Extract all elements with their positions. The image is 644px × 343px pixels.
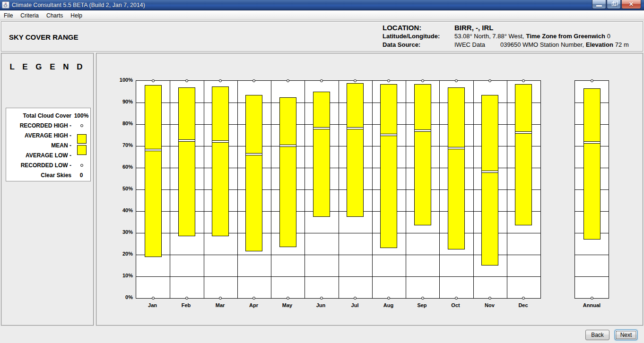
recorded-low-circle: [152, 297, 155, 300]
y-axis-label-50: 50%: [97, 186, 133, 191]
recorded-high-circle-icon: [80, 124, 83, 127]
title-bar: Climate Consultant 5.5 BETA (Build 2, Ja…: [0, 0, 644, 10]
column-separator: [305, 81, 305, 298]
column-separator: [237, 81, 238, 298]
spacer: [487, 41, 500, 49]
month-label-aug: Aug: [372, 302, 405, 308]
column-separator: [339, 81, 339, 298]
recorded-high-circle: [354, 79, 357, 82]
gridline: [575, 276, 609, 277]
page-title: SKY COVER RANGE: [9, 33, 78, 41]
recorded-high-circle: [252, 79, 255, 82]
recorded-low-circle-icon: [80, 164, 83, 167]
y-axis-label-70: 70%: [97, 142, 133, 148]
location-row: LOCATION: BIRR, -, IRL: [383, 24, 631, 32]
next-button-label: Next: [620, 332, 632, 338]
mean-line: [415, 129, 431, 132]
month-label-dec: Dec: [506, 302, 540, 308]
recorded-low-circle: [287, 297, 289, 300]
y-axis-label-60: 60%: [97, 164, 133, 170]
mean-line: [246, 153, 262, 155]
menu-help[interactable]: Help: [67, 11, 86, 20]
recorded-low-circle: [455, 297, 458, 300]
minimize-button[interactable]: [592, 0, 606, 9]
range-bar-aug: [380, 84, 397, 248]
menu-file[interactable]: File: [0, 11, 17, 20]
month-label-mar: Mar: [203, 302, 237, 308]
month-label-feb: Feb: [169, 302, 203, 308]
legend-label: MEAN -: [6, 142, 71, 149]
window-controls: ✕: [592, 0, 641, 9]
datasource-value: IWEC Data: [454, 41, 485, 49]
legend-panel: L E G E N D Total Cloud Cover 100% RECOR…: [1, 53, 94, 326]
legend-box: Total Cloud Cover 100% RECORDED HIGH - A…: [6, 108, 91, 181]
menu-criteria[interactable]: Criteria: [17, 11, 43, 20]
legend-label: AVERAGE LOW -: [6, 152, 71, 159]
legend-label: RECORDED LOW -: [6, 162, 71, 169]
mean-line: [347, 127, 363, 129]
window-title: Climate Consultant 5.5 BETA (Build 2, Ja…: [12, 2, 145, 9]
range-bar-may: [279, 97, 296, 247]
recorded-low-circle: [320, 297, 323, 300]
mean-line: [515, 131, 531, 134]
recorded-low-circle: [591, 297, 593, 300]
legend-row-recorded-low: RECORDED LOW -: [6, 160, 90, 170]
range-bar-mar: [212, 86, 229, 236]
legend-label: RECORDED HIGH -: [6, 122, 71, 129]
annual-label: Annual: [574, 302, 609, 308]
range-bar-jan: [145, 85, 162, 257]
recorded-high-circle: [421, 79, 424, 82]
y-axis-label-0: 0%: [97, 294, 133, 300]
java-app-icon: [2, 1, 9, 9]
recorded-high-circle: [488, 79, 491, 82]
menu-charts[interactable]: Charts: [43, 11, 67, 20]
legend-row-clear-skies: Clear Skies 0: [6, 170, 90, 180]
legend-label: Clear Skies: [6, 172, 71, 179]
legend-label: Total Cloud Cover: [6, 112, 71, 119]
recorded-high-circle: [185, 79, 188, 82]
latlong-value: 53.08° North, 7.88° West,: [454, 32, 524, 41]
legend-row-total-cloud-cover: Total Cloud Cover 100%: [6, 111, 90, 120]
mean-band-icon: [77, 143, 87, 146]
recorded-high-circle: [591, 79, 593, 82]
back-button[interactable]: Back: [585, 330, 609, 340]
month-label-sep: Sep: [405, 302, 439, 308]
mean-line: [179, 139, 195, 142]
y-axis-label-30: 30%: [97, 229, 133, 235]
column-separator: [372, 81, 373, 298]
recorded-low-circle: [219, 297, 222, 300]
header-panel: SKY COVER RANGE LOCATION: BIRR, -, IRL L…: [1, 21, 643, 51]
legend-row-recorded-high: RECORDED HIGH -: [6, 120, 90, 130]
y-axis-label-10: 10%: [97, 273, 133, 278]
legend-label: AVERAGE HIGH -: [6, 132, 71, 139]
datasource-label: Data Source:: [383, 41, 454, 49]
mean-line: [381, 134, 397, 136]
legend-value: 0: [71, 172, 91, 179]
recorded-low-circle: [252, 297, 255, 300]
maximize-button[interactable]: [607, 0, 621, 9]
close-button[interactable]: ✕: [621, 0, 641, 9]
recorded-high-circle: [287, 79, 289, 82]
menu-bar: File Criteria Charts Help: [0, 11, 644, 20]
sky-cover-plot: [136, 80, 541, 299]
range-bar-oct: [448, 87, 465, 249]
range-bar-jul: [347, 83, 364, 217]
range-bar-sep: [414, 84, 431, 225]
java-cup-icon: [4, 5, 7, 7]
range-bar-annual: [583, 88, 600, 240]
column-separator: [507, 81, 507, 298]
recorded-low-circle: [354, 297, 357, 300]
mean-line: [145, 149, 161, 151]
range-bar-dec: [515, 84, 532, 225]
month-label-apr: Apr: [237, 302, 270, 308]
mean-line: [212, 140, 228, 143]
month-label-jan: Jan: [136, 302, 169, 308]
recorded-high-circle: [522, 79, 525, 82]
mean-line: [448, 147, 464, 149]
recorded-high-circle: [455, 79, 458, 82]
recorded-low-circle: [387, 297, 390, 300]
next-button[interactable]: Next: [615, 330, 637, 340]
java-steam-icon: [5, 3, 7, 4]
y-axis-label-80: 80%: [97, 120, 133, 126]
y-axis-label-20: 20%: [97, 251, 133, 257]
